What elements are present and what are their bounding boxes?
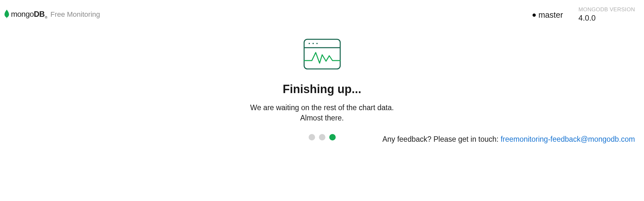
loading-title: Finishing up... — [283, 82, 361, 96]
brand-logo-text: mongoDB® — [11, 10, 47, 19]
progress-dot — [319, 134, 325, 140]
feedback-text: Any feedback? Please get in touch: — [382, 135, 501, 143]
node-status: master — [533, 6, 563, 20]
progress-dot-active — [329, 134, 336, 140]
progress-indicator — [309, 134, 336, 140]
progress-dot — [309, 134, 315, 140]
node-status-label: master — [538, 10, 563, 20]
loading-subtitle: We are waiting on the rest of the chart … — [250, 102, 394, 123]
main-content: Finishing up... We are waiting on the re… — [0, 38, 644, 140]
brand-area: mongoDB® Free Monitoring — [4, 9, 100, 20]
product-name: Free Monitoring — [50, 10, 100, 19]
svg-point-2 — [309, 43, 310, 44]
header: mongoDB® Free Monitoring master MONGODB … — [0, 0, 644, 23]
version-label: MONGODB VERSION — [579, 6, 635, 13]
feedback-email-link[interactable]: freemonitoring-feedback@mongodb.com — [501, 135, 635, 143]
chart-monitor-icon — [303, 38, 341, 72]
feedback-prompt: Any feedback? Please get in touch: freem… — [382, 135, 635, 144]
version-value: 4.0.0 — [579, 14, 635, 23]
mongodb-leaf-icon — [4, 9, 10, 20]
header-right: master MONGODB VERSION 4.0.0 — [533, 6, 635, 23]
version-info: MONGODB VERSION 4.0.0 — [579, 6, 635, 23]
svg-point-4 — [316, 43, 318, 44]
subtitle-line-2: Almost there. — [250, 113, 394, 123]
status-dot-icon — [533, 14, 536, 17]
subtitle-line-1: We are waiting on the rest of the chart … — [250, 102, 394, 113]
svg-point-3 — [312, 43, 314, 44]
